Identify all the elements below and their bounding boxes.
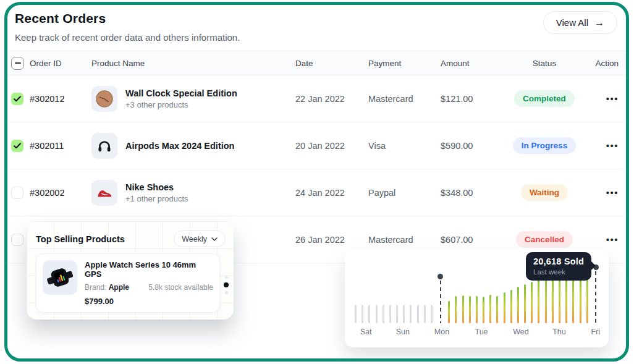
order-amount: $590.00 — [441, 141, 502, 151]
chart-bar — [403, 305, 405, 323]
chart-bar — [552, 277, 554, 323]
status-badge: Completed — [514, 90, 575, 107]
chart-bar — [586, 275, 588, 323]
row-checkbox[interactable] — [11, 93, 23, 105]
product-text: Nike Shoes +1 other products — [125, 182, 188, 203]
chart-bar — [376, 305, 378, 323]
tooltip-label: Last week — [533, 268, 584, 276]
row-checkbox[interactable] — [11, 234, 23, 246]
carousel-dot[interactable] — [225, 291, 228, 294]
row-actions-button[interactable]: ••• — [606, 139, 619, 152]
product-cell: Wall Clock Special Edition +3 other prod… — [91, 86, 295, 112]
order-amount: $348.00 — [441, 188, 502, 198]
chart-bar — [410, 305, 412, 323]
chart-axis-label: Tue — [475, 328, 488, 336]
table-row: #302011 Airpods Max 2024 Edition 20 Jan … — [7, 122, 626, 169]
row-actions-button[interactable]: ••• — [606, 233, 619, 246]
row-actions-button[interactable]: ••• — [606, 186, 619, 199]
weekly-sales-chart-card: SatSunMonTueWedThuFri 20,618 Sold Last w… — [345, 249, 609, 347]
chart-bar — [517, 287, 519, 323]
apple-watch-image — [43, 260, 77, 295]
chart-bar — [355, 305, 357, 323]
chart-bar — [368, 305, 370, 323]
tooltip-value: 20,618 Sold — [533, 256, 584, 266]
checkmark-icon — [14, 143, 21, 149]
page-title: Recent Orders — [15, 11, 240, 26]
chart-bar — [496, 296, 498, 323]
chart-axis-label: Fri — [591, 328, 601, 336]
chart-bar — [462, 295, 464, 323]
chart-bar — [483, 297, 484, 323]
order-id: #302002 — [30, 188, 91, 198]
chart-bar — [448, 301, 450, 323]
col-header-product: Product Name — [91, 59, 295, 68]
order-date: 24 Jan 2022 — [295, 188, 368, 198]
select-all-checkbox[interactable] — [11, 57, 24, 70]
order-date: 20 Jan 2022 — [295, 141, 368, 151]
product-text: Airpods Max 2024 Edition — [125, 141, 234, 151]
top-selling-title: Top Selling Products — [36, 234, 125, 244]
chart-axis-label: Mon — [434, 328, 449, 336]
chart-bar — [580, 275, 581, 323]
chart-bar — [559, 276, 560, 323]
chart-bar — [510, 290, 512, 323]
checkmark-icon — [14, 96, 21, 102]
chart-bar — [565, 276, 567, 323]
minus-icon — [15, 62, 21, 64]
stock-available: 5.8k stock available — [148, 283, 213, 292]
status-badge: In Progress — [513, 137, 576, 154]
col-header-amount: Amount — [441, 59, 502, 68]
top-selling-product-item[interactable]: Apple Watch Series 10 46mm GPS Brand: Ap… — [36, 253, 220, 313]
product-name: Nike Shoes — [125, 182, 188, 192]
chart-axis-label: Sat — [360, 328, 372, 336]
chart-axis-label: Wed — [513, 328, 528, 336]
period-label: Weekly — [182, 235, 207, 243]
chart-bar — [389, 305, 391, 323]
product-cell: Nike Shoes +1 other products — [91, 180, 295, 206]
page-subtitle: Keep track of recent order data and othe… — [15, 32, 240, 43]
product-cell: Airpods Max 2024 Edition — [91, 133, 295, 159]
chart-bar — [476, 296, 478, 323]
order-date: 22 Jan 2022 — [295, 94, 368, 104]
chart-marker-dot — [437, 274, 443, 279]
panel-header-text: Recent Orders Keep track of recent order… — [15, 11, 240, 43]
chart-tooltip: 20,618 Sold Last week — [526, 252, 591, 281]
chart-bar — [469, 296, 471, 323]
col-header-action: Action — [586, 59, 619, 68]
top-selling-header: Top Selling Products Weekly — [27, 221, 234, 252]
chart-bar — [531, 282, 533, 323]
chart-bar — [455, 296, 457, 323]
chart-axis-label: Sun — [396, 328, 410, 336]
top-selling-products-card: Top Selling Products Weekly — [27, 221, 234, 320]
chart-bar — [545, 278, 547, 323]
chart-bar — [538, 280, 539, 323]
row-actions-button[interactable]: ••• — [606, 92, 619, 105]
view-all-button[interactable]: View All → — [543, 11, 617, 34]
carousel-dot-active[interactable] — [224, 282, 229, 287]
carousel-dot[interactable] — [225, 276, 228, 279]
product-price: $799.00 — [85, 297, 213, 306]
payment-method: Visa — [368, 141, 441, 151]
chart-marker — [593, 265, 599, 323]
brand-label: Brand: — [85, 283, 106, 292]
chart-axis-label: Thu — [552, 328, 566, 336]
order-amount: $607.00 — [441, 235, 502, 245]
chart-bar — [396, 305, 398, 323]
row-checkbox[interactable] — [11, 187, 23, 199]
status-badge: Cancelled — [516, 231, 573, 248]
product-name: Airpods Max 2024 Edition — [125, 141, 234, 151]
period-dropdown[interactable]: Weekly — [174, 231, 226, 247]
chart-bar — [489, 295, 491, 323]
chart-axis-labels: SatSunMonTueWedThuFri — [355, 328, 599, 340]
wall-clock-icon — [91, 86, 117, 112]
table-header: Order ID Product Name Date Payment Amoun… — [7, 51, 626, 75]
col-header-order-id: Order ID — [30, 59, 91, 68]
product-text: Wall Clock Special Edition +3 other prod… — [125, 88, 237, 109]
carousel-dots[interactable] — [224, 276, 229, 294]
chart-marker-dashed-line — [595, 271, 596, 323]
product-subtext: +3 other products — [125, 100, 237, 109]
order-date: 26 Jan 2022 — [295, 235, 368, 245]
panel-header: Recent Orders Keep track of recent order… — [7, 5, 626, 51]
payment-method: Paypal — [368, 188, 441, 198]
row-checkbox[interactable] — [11, 140, 23, 152]
